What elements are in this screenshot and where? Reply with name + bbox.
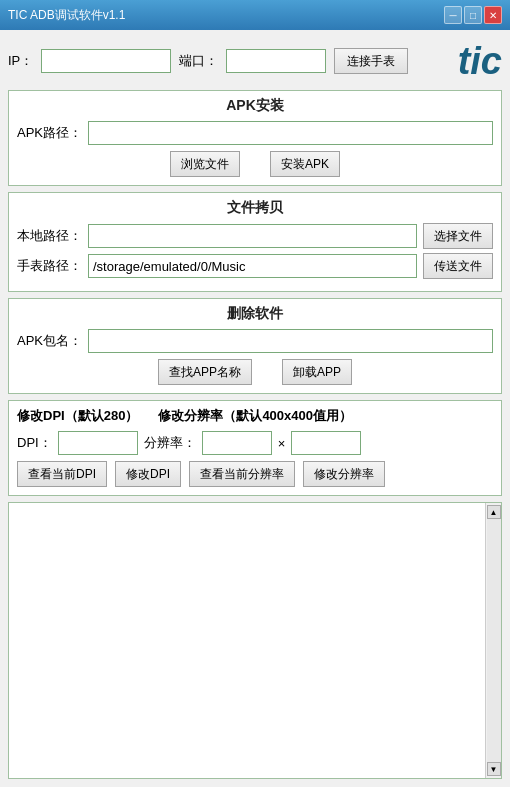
scrollbar[interactable]: ▲ ▼ — [485, 503, 501, 778]
file-copy-title: 文件拷贝 — [17, 199, 493, 217]
ip-input[interactable] — [41, 49, 171, 73]
scroll-down-button[interactable]: ▼ — [487, 762, 501, 776]
maximize-button[interactable]: □ — [464, 6, 482, 24]
scroll-up-button[interactable]: ▲ — [487, 505, 501, 519]
apk-buttons-row: 浏览文件 安装APK — [17, 151, 493, 177]
browse-file-button[interactable]: 浏览文件 — [170, 151, 240, 177]
apk-path-row: APK路径： — [17, 121, 493, 145]
dpi-header-row: 修改DPI（默认280） 修改分辨率（默认400x400值用） — [17, 407, 493, 425]
select-file-button[interactable]: 选择文件 — [423, 223, 493, 249]
res-label: 分辨率： — [144, 434, 196, 452]
log-area: ▲ ▼ — [8, 502, 502, 779]
install-apk-button[interactable]: 安装APK — [270, 151, 340, 177]
remove-section-title: 删除软件 — [17, 305, 493, 323]
close-button[interactable]: ✕ — [484, 6, 502, 24]
minimize-button[interactable]: ─ — [444, 6, 462, 24]
dpi-label: DPI： — [17, 434, 52, 452]
local-path-label: 本地路径： — [17, 227, 82, 245]
dpi-section: 修改DPI（默认280） 修改分辨率（默认400x400值用） DPI： 分辨率… — [8, 400, 502, 496]
ip-label: IP： — [8, 52, 33, 70]
watch-path-row: 手表路径： 传送文件 — [17, 253, 493, 279]
local-path-row: 本地路径： 选择文件 — [17, 223, 493, 249]
connection-row: IP： 端口： 连接手表 tic — [8, 38, 502, 84]
apk-section-title: APK安装 — [17, 97, 493, 115]
transfer-file-button[interactable]: 传送文件 — [423, 253, 493, 279]
title-bar: TIC ADB调试软件v1.1 ─ □ ✕ — [0, 0, 510, 30]
res-width-input[interactable] — [202, 431, 272, 455]
pkg-row: APK包名： — [17, 329, 493, 353]
dpi-input[interactable] — [58, 431, 138, 455]
modify-dpi-button[interactable]: 修改DPI — [115, 461, 181, 487]
uninstall-app-button[interactable]: 卸载APP — [282, 359, 352, 385]
apk-path-label: APK路径： — [17, 124, 82, 142]
remove-section: 删除软件 APK包名： 查找APP名称 卸载APP — [8, 298, 502, 394]
port-label: 端口： — [179, 52, 218, 70]
local-path-input[interactable] — [88, 224, 417, 248]
x-separator: × — [278, 436, 286, 451]
res-header: 修改分辨率（默认400x400值用） — [158, 407, 352, 425]
dpi-inputs-row: DPI： 分辨率： × — [17, 431, 493, 455]
connect-button[interactable]: 连接手表 — [334, 48, 408, 74]
dpi-header: 修改DPI（默认280） — [17, 407, 138, 425]
dpi-buttons-row: 查看当前DPI 修改DPI 查看当前分辨率 修改分辨率 — [17, 461, 493, 487]
remove-buttons-row: 查找APP名称 卸载APP — [17, 359, 493, 385]
file-copy-section: 文件拷贝 本地路径： 选择文件 手表路径： 传送文件 — [8, 192, 502, 292]
find-app-button[interactable]: 查找APP名称 — [158, 359, 252, 385]
scroll-track[interactable] — [487, 519, 501, 762]
modify-res-button[interactable]: 修改分辨率 — [303, 461, 385, 487]
apk-section: APK安装 APK路径： 浏览文件 安装APK — [8, 90, 502, 186]
apk-path-input[interactable] — [88, 121, 493, 145]
view-res-button[interactable]: 查看当前分辨率 — [189, 461, 295, 487]
pkg-label: APK包名： — [17, 332, 82, 350]
port-input[interactable] — [226, 49, 326, 73]
view-dpi-button[interactable]: 查看当前DPI — [17, 461, 107, 487]
watch-path-label: 手表路径： — [17, 257, 82, 275]
window-title: TIC ADB调试软件v1.1 — [8, 7, 125, 24]
watch-path-input[interactable] — [88, 254, 417, 278]
pkg-input[interactable] — [88, 329, 493, 353]
res-height-input[interactable] — [291, 431, 361, 455]
tic-logo: tic — [458, 42, 502, 80]
